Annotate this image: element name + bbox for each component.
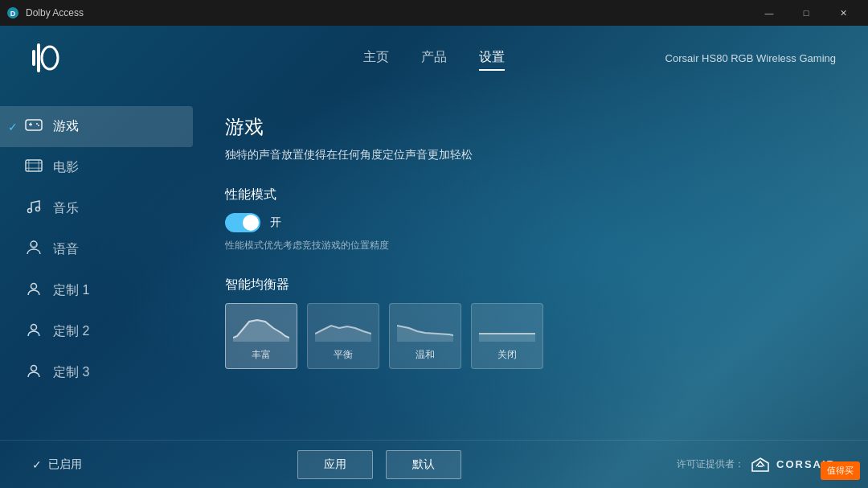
svg-text:D: D (10, 10, 16, 18)
watermark-text: 值得买 (827, 465, 854, 475)
minimize-button[interactable]: — (751, 0, 788, 26)
svg-point-16 (36, 207, 40, 211)
eq-label-balanced: 平衡 (334, 348, 353, 362)
svg-rect-14 (39, 160, 40, 171)
music-icon (24, 199, 43, 218)
title-bar-left: D Dolby Access (6, 6, 84, 19)
license-label: 许可证提供者： (677, 457, 744, 471)
svg-marker-22 (315, 326, 371, 342)
svg-rect-3 (37, 43, 40, 72)
svg-point-4 (42, 47, 58, 69)
title-bar: D Dolby Access — □ ✕ (0, 0, 868, 26)
app-icon: D (6, 6, 19, 19)
maximize-button[interactable]: □ (788, 0, 825, 26)
eq-visual-warm (397, 314, 453, 342)
nav-home[interactable]: 主页 (363, 46, 389, 71)
svg-point-9 (38, 125, 39, 126)
watermark: 值得买 (821, 461, 860, 480)
sidebar-item-voice[interactable]: 语音 (0, 229, 193, 270)
main-panel: 游戏 独特的声音放置使得在任何角度定位声音更加轻松 性能模式 开 性能模式优先考… (193, 90, 868, 440)
performance-mode-group: 性能模式 开 性能模式优先考虑竞技游戏的位置精度 (225, 187, 836, 252)
eq-visual-off (479, 314, 535, 342)
window-controls: — □ ✕ (751, 0, 862, 26)
eq-label-off: 关闭 (497, 348, 517, 362)
equalizer-label: 智能均衡器 (225, 277, 836, 293)
enabled-checkmark: ✓ (32, 458, 42, 471)
svg-point-18 (31, 284, 37, 289)
svg-rect-2 (32, 50, 35, 66)
sidebar-item-music[interactable]: 音乐 (0, 188, 193, 229)
eq-cards-container: 丰富 平衡 (225, 303, 836, 369)
section-title: 游戏 (225, 114, 836, 140)
section-description: 独特的声音放置使得在任何角度定位声音更加轻松 (225, 148, 836, 162)
corsair-logo-icon (751, 457, 770, 473)
voice-icon (24, 240, 43, 259)
sidebar-label-voice: 语音 (53, 241, 79, 258)
app-title: Dolby Access (26, 7, 84, 18)
dolby-logo (32, 43, 61, 72)
eq-label-rich: 丰富 (252, 348, 271, 362)
svg-point-8 (36, 123, 38, 125)
sidebar-item-custom3[interactable]: 定制 3 (0, 352, 193, 393)
logo (32, 43, 61, 72)
content-area: ✓ 游戏 (0, 90, 868, 440)
svg-point-19 (31, 325, 37, 330)
svg-marker-21 (233, 320, 289, 342)
equalizer-group: 智能均衡器 丰富 (225, 277, 836, 369)
sidebar-label-game: 游戏 (53, 118, 79, 135)
nav-product[interactable]: 产品 (421, 46, 447, 71)
svg-rect-13 (28, 160, 30, 171)
eq-card-warm[interactable]: 温和 (389, 303, 461, 369)
check-icon: ✓ (8, 121, 18, 133)
game-icon (24, 117, 43, 136)
sidebar-item-custom1[interactable]: 定制 1 (0, 270, 193, 311)
toggle-state-label: 开 (270, 215, 281, 230)
app-container: 主页 产品 设置 Corsair HS80 RGB Wireless Gamin… (0, 26, 868, 488)
movie-icon (24, 158, 43, 177)
svg-rect-5 (26, 120, 42, 130)
sidebar-label-custom3: 定制 3 (53, 364, 89, 381)
corsair-badge: 许可证提供者： CORSAIR (677, 457, 836, 473)
eq-card-balanced[interactable]: 平衡 (307, 303, 379, 369)
sidebar-label-music: 音乐 (53, 200, 79, 217)
nav-links: 主页 产品 设置 (363, 46, 505, 71)
sidebar-label-custom2: 定制 2 (53, 323, 89, 340)
svg-point-20 (31, 366, 37, 371)
default-button[interactable]: 默认 (386, 450, 461, 479)
performance-toggle[interactable] (225, 213, 260, 232)
custom1-icon (24, 281, 43, 300)
performance-hint: 性能模式优先考虑竞技游戏的位置精度 (225, 239, 836, 252)
svg-rect-7 (31, 123, 32, 126)
top-nav: 主页 产品 设置 Corsair HS80 RGB Wireless Gamin… (0, 26, 868, 90)
svg-marker-25 (479, 334, 535, 342)
eq-label-warm: 温和 (416, 348, 435, 362)
sidebar-item-custom2[interactable]: 定制 2 (0, 311, 193, 352)
eq-visual-balanced (315, 314, 371, 342)
custom3-icon (24, 363, 43, 382)
performance-mode-label: 性能模式 (225, 187, 836, 203)
sidebar-label-custom1: 定制 1 (53, 282, 89, 299)
device-name: Corsair HS80 RGB Wireless Gaming (665, 52, 836, 64)
toggle-row: 开 (225, 213, 836, 232)
bottom-bar: ✓ 已启用 应用 默认 许可证提供者： CORSAIR (0, 440, 868, 488)
svg-point-15 (28, 209, 32, 213)
enabled-status: ✓ 已启用 (32, 457, 82, 472)
close-button[interactable]: ✕ (825, 0, 862, 26)
apply-button[interactable]: 应用 (297, 450, 373, 479)
eq-visual-rich (233, 314, 289, 342)
eq-card-rich[interactable]: 丰富 (225, 303, 297, 369)
eq-card-off[interactable]: 关闭 (471, 303, 543, 369)
custom2-icon (24, 322, 43, 341)
enabled-label: 已启用 (48, 457, 82, 472)
sidebar-label-movie: 电影 (53, 159, 79, 176)
sidebar-item-game[interactable]: ✓ 游戏 (0, 106, 193, 147)
sidebar: ✓ 游戏 (0, 90, 193, 440)
sidebar-item-movie[interactable]: 电影 (0, 147, 193, 188)
nav-settings[interactable]: 设置 (479, 46, 505, 71)
